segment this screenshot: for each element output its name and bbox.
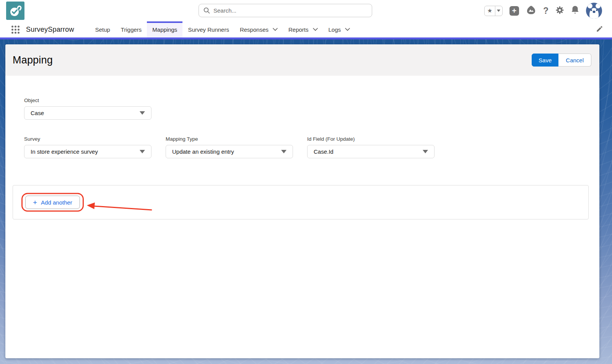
mapping-form: Object Case Survey In store experience s… [5, 76, 599, 158]
mapping-type-select[interactable]: Update an existing entry [166, 145, 293, 158]
app-name[interactable]: SurveySparrow [26, 26, 74, 34]
header-actions: Save Cancel [532, 54, 591, 67]
search-icon [203, 7, 210, 14]
object-value: Case [31, 110, 44, 116]
survey-select[interactable]: In store experience survey [24, 145, 151, 158]
tab-survey-runners[interactable]: Survey Runners [182, 21, 234, 37]
save-button[interactable]: Save [532, 54, 558, 67]
favorites-button-group[interactable]: ★ [484, 6, 503, 16]
page-title: Mapping [13, 54, 53, 66]
surveysparrow-logo-icon[interactable] [6, 2, 24, 20]
tab-label: Survey Runners [188, 26, 229, 33]
dropdown-arrow-icon [423, 150, 428, 153]
trailhead-icon[interactable] [526, 5, 536, 16]
tab-label: Reports [288, 26, 309, 33]
plus-icon: + [33, 199, 37, 206]
nav-tabs: Setup Triggers Mappings Survey Runners R… [90, 21, 355, 37]
page-background: Mapping Save Cancel Object Case Survey [0, 39, 612, 364]
help-icon[interactable]: ? [543, 6, 549, 16]
mapping-type-value: Update an existing entry [172, 148, 234, 155]
mapping-card: Mapping Save Cancel Object Case Survey [5, 44, 599, 358]
tab-label: Triggers [121, 26, 142, 33]
tab-label: Setup [95, 26, 110, 33]
mapping-type-field: Mapping Type Update an existing entry [166, 136, 293, 158]
dropdown-arrow-icon [281, 150, 286, 153]
setup-gear-icon[interactable] [555, 6, 564, 16]
id-field-value: Case.Id [314, 148, 334, 155]
favorites-chevron-down-icon[interactable] [495, 6, 502, 16]
id-field-field: Id Field (For Update) Case.Id [307, 136, 435, 158]
survey-field: Survey In store experience survey [24, 136, 151, 158]
dropdown-arrow-icon [140, 150, 145, 153]
object-field: Object Case [24, 98, 151, 120]
global-search [199, 4, 372, 17]
global-header: ★ + ? [0, 0, 612, 21]
app-navigation-bar: SurveySparrow Setup Triggers Mappings Su… [0, 21, 612, 37]
tab-triggers[interactable]: Triggers [116, 21, 147, 37]
tab-mappings[interactable]: Mappings [147, 21, 182, 37]
notifications-bell-icon[interactable] [571, 5, 579, 16]
id-field-label: Id Field (For Update) [307, 136, 435, 142]
tab-responses[interactable]: Responses [234, 21, 283, 37]
global-actions-plus-icon[interactable]: + [509, 6, 519, 16]
add-another-button[interactable]: + Add another [25, 196, 80, 209]
survey-label: Survey [24, 136, 151, 142]
tab-logs[interactable]: Logs [323, 21, 356, 37]
favorite-star-icon[interactable]: ★ [485, 6, 495, 16]
mapping-type-label: Mapping Type [166, 136, 293, 142]
tab-label: Mappings [152, 26, 177, 33]
tab-label: Responses [240, 26, 269, 33]
chevron-down-icon [313, 28, 318, 31]
chevron-down-icon [345, 28, 350, 31]
active-tab-indicator [147, 21, 182, 23]
dropdown-arrow-icon [140, 111, 145, 115]
annotation-highlight-ring: + Add another [21, 193, 84, 212]
id-field-select[interactable]: Case.Id [307, 145, 435, 158]
field-mappings-section: + Add another [13, 185, 589, 219]
add-another-label: Add another [41, 199, 72, 206]
object-label: Object [24, 98, 151, 103]
card-body: Object Case Survey In store experience s… [5, 76, 599, 219]
tab-setup[interactable]: Setup [90, 21, 116, 37]
card-header: Mapping Save Cancel [5, 44, 599, 76]
annotation-arrow [84, 200, 156, 214]
app-launcher-icon[interactable] [11, 26, 20, 34]
survey-value: In store experience survey [31, 148, 98, 155]
cancel-button[interactable]: Cancel [558, 54, 591, 67]
edit-nav-pencil-icon[interactable] [596, 25, 603, 34]
tab-reports[interactable]: Reports [283, 21, 323, 37]
chevron-down-icon [273, 28, 278, 31]
user-avatar[interactable] [586, 3, 602, 19]
tab-label: Logs [329, 26, 341, 33]
search-input[interactable] [213, 7, 367, 14]
object-select[interactable]: Case [24, 106, 151, 120]
